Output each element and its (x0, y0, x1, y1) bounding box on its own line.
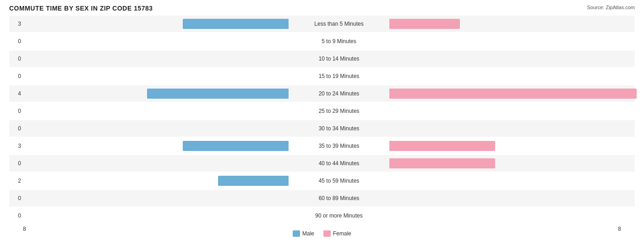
male-swatch (293, 230, 300, 237)
chart-row: 0 15 to 19 Minutes 0 (9, 68, 635, 84)
header-row: COMMUTE TIME BY SEX IN ZIP CODE 15783 So… (9, 5, 635, 12)
row-label: 5 to 9 Minutes (289, 38, 389, 45)
chart-row: 0 30 to 34 Minutes 0 (9, 120, 635, 137)
chart-title: COMMUTE TIME BY SEX IN ZIP CODE 15783 (9, 5, 153, 12)
left-bar-container (23, 36, 289, 46)
source-text: Source: ZipAtlas.com (587, 5, 635, 10)
chart-area: 3 Less than 5 Minutes 2 0 5 to 9 Minutes… (9, 16, 635, 224)
chart-row: 0 60 to 89 Minutes 0 (9, 190, 635, 207)
male-value: 4 (9, 90, 23, 97)
axis-left-label: 8 (9, 226, 26, 237)
left-bar-container (23, 19, 289, 29)
male-value: 0 (9, 73, 23, 79)
male-value: 0 (9, 195, 23, 201)
female-bar (389, 89, 637, 99)
row-label: 30 to 34 Minutes (289, 125, 389, 132)
right-bar-container (389, 211, 644, 221)
left-bar-container (23, 54, 289, 64)
right-bar-container (389, 141, 644, 151)
male-value: 0 (9, 108, 23, 114)
male-bar (183, 141, 289, 151)
male-value: 3 (9, 143, 23, 149)
male-value: 0 (9, 160, 23, 167)
right-bar-container (389, 193, 644, 203)
chart-row: 2 45 to 59 Minutes 0 (9, 173, 635, 189)
row-label: 15 to 19 Minutes (289, 73, 389, 79)
row-label: 10 to 14 Minutes (289, 56, 389, 62)
legend-female: Female (323, 230, 351, 237)
chart-row: 0 25 to 29 Minutes 0 (9, 103, 635, 119)
right-bar-container (389, 71, 644, 81)
left-bar-container (23, 71, 289, 81)
axis-right-label: 8 (618, 226, 635, 237)
left-bar-container (23, 106, 289, 116)
male-value: 2 (9, 178, 23, 184)
chart-container: COMMUTE TIME BY SEX IN ZIP CODE 15783 So… (9, 5, 635, 237)
left-bar-container (23, 211, 289, 221)
female-swatch (323, 230, 331, 237)
right-bar-container (389, 123, 644, 134)
left-bar-container (23, 141, 289, 151)
row-label: 20 to 24 Minutes (289, 90, 389, 97)
row-label: 40 to 44 Minutes (289, 160, 389, 167)
left-bar-container (23, 158, 289, 168)
female-bar (389, 19, 460, 29)
right-bar-container (389, 158, 644, 168)
male-value: 0 (9, 212, 23, 219)
left-bar-container (23, 193, 289, 203)
chart-row: 3 Less than 5 Minutes 2 (9, 16, 635, 32)
male-bar (183, 19, 289, 29)
left-bar-container (23, 123, 289, 134)
right-bar-container (389, 89, 644, 99)
chart-row: 0 90 or more Minutes 0 (9, 207, 635, 224)
chart-row: 0 40 to 44 Minutes 3 (9, 155, 635, 172)
female-bar (389, 141, 495, 151)
chart-row: 0 5 to 9 Minutes 0 (9, 33, 635, 50)
left-bar-container (23, 89, 289, 99)
legend-male: Male (293, 230, 314, 237)
chart-row: 0 10 to 14 Minutes 0 (9, 50, 635, 67)
legend-female-label: Female (333, 230, 351, 237)
row-label: 60 to 89 Minutes (289, 195, 389, 201)
right-bar-container (389, 36, 644, 46)
right-bar-container (389, 19, 644, 29)
male-bar (218, 176, 289, 186)
legend: Male Female (293, 230, 351, 237)
row-label: 90 or more Minutes (289, 212, 389, 219)
chart-row: 3 35 to 39 Minutes 3 (9, 138, 635, 154)
row-label: 25 to 29 Minutes (289, 108, 389, 114)
row-label: 45 to 59 Minutes (289, 178, 389, 184)
right-bar-container (389, 176, 644, 186)
row-label: Less than 5 Minutes (289, 21, 389, 27)
row-label: 35 to 39 Minutes (289, 143, 389, 149)
legend-male-label: Male (302, 230, 314, 237)
male-value: 0 (9, 125, 23, 132)
male-value: 3 (9, 21, 23, 27)
chart-row: 4 20 to 24 Minutes 7 (9, 85, 635, 102)
right-bar-container (389, 106, 644, 116)
male-value: 0 (9, 56, 23, 62)
male-bar (147, 89, 289, 99)
left-bar-container (23, 176, 289, 186)
male-value: 0 (9, 38, 23, 45)
female-bar (389, 158, 495, 168)
right-bar-container (389, 54, 644, 64)
